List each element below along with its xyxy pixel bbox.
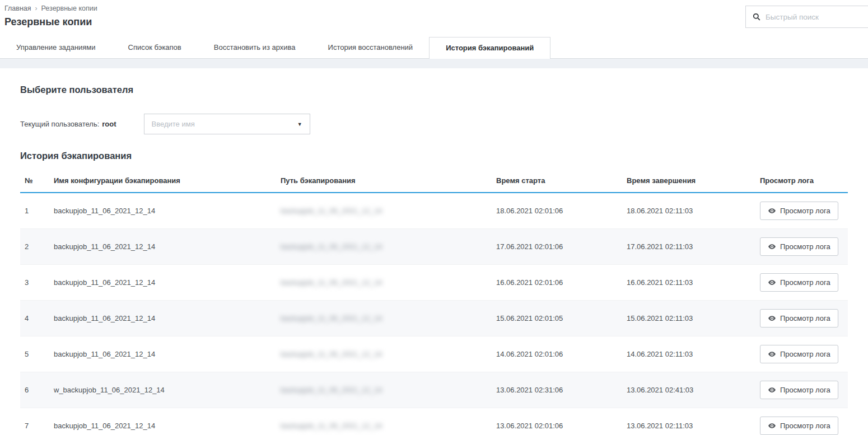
eye-icon [768, 314, 776, 322]
column-header-start-time: Время старта [492, 169, 622, 193]
search-icon [753, 13, 760, 21]
column-header-backup-path: Путь бэкапирования [276, 169, 492, 193]
view-log-button[interactable]: Просмотр лога [760, 273, 838, 292]
view-log-button[interactable]: Просмотр лога [760, 202, 838, 220]
row-number: 3 [20, 265, 49, 301]
table-row: 4 backupjob_11_06_2021_12_14 backupjob_1… [20, 301, 848, 336]
content-top-band [0, 59, 868, 68]
breadcrumb-home[interactable]: Главная [4, 4, 31, 12]
config-name: backupjob_11_06_2021_12_14 [49, 408, 276, 435]
log-cell: Просмотр лога [755, 193, 848, 229]
end-time: 13.06.2021 02:41:03 [622, 372, 755, 408]
tab-3[interactable]: Восстановить из архива [198, 37, 312, 58]
table-row: 5 backupjob_11_06_2021_12_14 backupjob_1… [20, 336, 848, 372]
table-row: 7 backupjob_11_06_2021_12_14 backupjob_1… [20, 408, 848, 435]
table-row: 3 backupjob_11_06_2021_12_14 backupjob_1… [20, 265, 848, 301]
eye-icon [768, 278, 776, 287]
start-time: 18.06.2021 02:01:06 [492, 193, 622, 229]
tab-2[interactable]: Список бэкапов [112, 37, 198, 58]
backup-path-cell: backupjob_11_06_2021_12_14 [276, 408, 492, 435]
table-row: 6 w_backupjob_11_06_2021_12_14 backupjob… [20, 372, 848, 408]
backup-path-cell: backupjob_11_06_2021_12_14 [276, 336, 492, 372]
tab-5[interactable]: История бэкапирований [429, 37, 550, 59]
header: Главная › Резервные копии Резервные копи… [0, 0, 868, 28]
backup-path-redacted: backupjob_11_06_2021_12_14 [281, 314, 382, 322]
backup-history-table: № Имя конфигурации бэкапирования Путь бэ… [20, 169, 848, 435]
current-user-label: Текущий пользователь: [20, 120, 99, 128]
eye-icon [768, 386, 776, 394]
config-name: backupjob_11_06_2021_12_14 [49, 265, 276, 301]
start-time: 13.06.2021 02:01:06 [492, 408, 622, 435]
backup-path-redacted: backupjob_11_06_2021_12_14 [281, 350, 382, 358]
view-log-button[interactable]: Просмотр лога [760, 417, 838, 435]
backup-path-redacted: backupjob_11_06_2021_12_14 [281, 207, 382, 215]
backup-path-redacted: backupjob_11_06_2021_12_14 [281, 278, 382, 287]
user-select[interactable]: Введите имя ▼ [144, 114, 310, 134]
table-row: 2 backupjob_11_06_2021_12_14 backupjob_1… [20, 229, 848, 265]
end-time: 14.06.2021 02:11:03 [622, 336, 755, 372]
eye-icon [768, 242, 776, 251]
backup-path-cell: backupjob_11_06_2021_12_14 [276, 372, 492, 408]
row-number: 6 [20, 372, 49, 408]
end-time: 13.06.2021 02:11:03 [622, 408, 755, 435]
row-number: 4 [20, 301, 49, 336]
tab-bar: Управление заданиямиСписок бэкаповВосста… [0, 37, 868, 59]
end-time: 18.06.2021 02:11:03 [622, 193, 755, 229]
config-name: backupjob_11_06_2021_12_14 [49, 229, 276, 265]
start-time: 15.06.2021 02:01:05 [492, 301, 622, 336]
row-number: 5 [20, 336, 49, 372]
column-header-number: № [20, 169, 49, 193]
backup-path-redacted: backupjob_11_06_2021_12_14 [281, 386, 382, 394]
column-header-view-log: Просмотр лога [755, 169, 848, 193]
config-name: w_backupjob_11_06_2021_12_14 [49, 372, 276, 408]
view-log-button[interactable]: Просмотр лога [760, 309, 838, 328]
start-time: 17.06.2021 02:01:06 [492, 229, 622, 265]
tab-1[interactable]: Управление заданиями [0, 37, 112, 58]
backup-path-redacted: backupjob_11_06_2021_12_14 [281, 422, 382, 430]
current-user-value: root [102, 120, 116, 128]
log-cell: Просмотр лога [755, 408, 848, 435]
breadcrumb: Главная › Резервные копии [4, 4, 868, 12]
end-time: 16.06.2021 02:11:03 [622, 265, 755, 301]
eye-icon [768, 350, 776, 358]
chevron-down-icon: ▼ [297, 121, 302, 127]
end-time: 15.06.2021 02:11:03 [622, 301, 755, 336]
tab-4[interactable]: История восстановлений [312, 37, 430, 58]
backup-path-redacted: backupjob_11_06_2021_12_14 [281, 242, 382, 251]
backup-path-cell: backupjob_11_06_2021_12_14 [276, 193, 492, 229]
quick-search-box[interactable] [745, 6, 868, 28]
eye-icon [768, 422, 776, 430]
start-time: 14.06.2021 02:01:06 [492, 336, 622, 372]
config-name: backupjob_11_06_2021_12_14 [49, 193, 276, 229]
end-time: 17.06.2021 02:11:03 [622, 229, 755, 265]
config-name: backupjob_11_06_2021_12_14 [49, 336, 276, 372]
search-input[interactable] [766, 13, 861, 21]
column-header-config-name: Имя конфигурации бэкапирования [49, 169, 276, 193]
table-row: 1 backupjob_11_06_2021_12_14 backupjob_1… [20, 193, 848, 229]
row-number: 7 [20, 408, 49, 435]
main-content: Выберите пользователя Текущий пользовате… [0, 85, 868, 435]
row-number: 1 [20, 193, 49, 229]
view-log-label: Просмотр лога [780, 242, 830, 251]
view-log-label: Просмотр лога [780, 422, 830, 430]
backup-path-cell: backupjob_11_06_2021_12_14 [276, 301, 492, 336]
column-header-end-time: Время завершения [622, 169, 755, 193]
backup-path-cell: backupjob_11_06_2021_12_14 [276, 265, 492, 301]
view-log-label: Просмотр лога [780, 386, 830, 394]
log-cell: Просмотр лога [755, 265, 848, 301]
view-log-label: Просмотр лога [780, 207, 830, 215]
view-log-label: Просмотр лога [780, 350, 830, 358]
log-cell: Просмотр лога [755, 301, 848, 336]
breadcrumb-current: Резервные копии [41, 4, 97, 12]
start-time: 16.06.2021 02:01:06 [492, 265, 622, 301]
row-number: 2 [20, 229, 49, 265]
table-header-row: № Имя конфигурации бэкапирования Путь бэ… [20, 169, 848, 193]
view-log-button[interactable]: Просмотр лога [760, 345, 838, 363]
view-log-button[interactable]: Просмотр лога [760, 381, 838, 399]
select-user-heading: Выберите пользователя [20, 85, 848, 95]
log-cell: Просмотр лога [755, 372, 848, 408]
view-log-button[interactable]: Просмотр лога [760, 237, 838, 256]
history-table-body: 1 backupjob_11_06_2021_12_14 backupjob_1… [20, 193, 848, 435]
start-time: 13.06.2021 02:31:06 [492, 372, 622, 408]
breadcrumb-separator: › [35, 4, 38, 12]
